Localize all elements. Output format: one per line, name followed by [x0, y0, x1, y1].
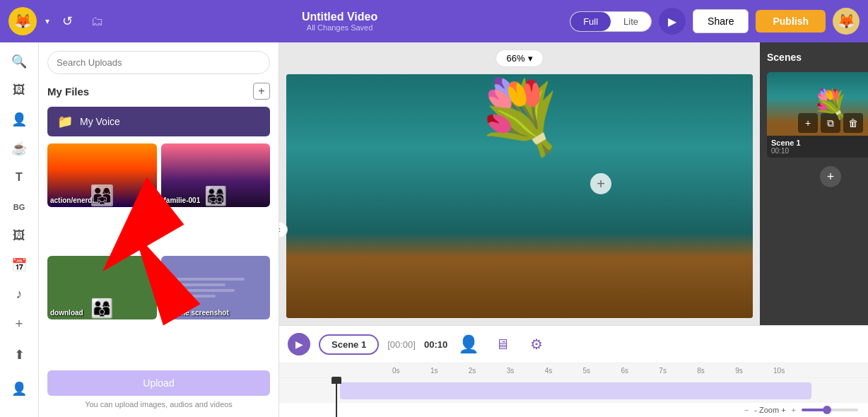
zoom-dropdown-icon: ▾: [528, 53, 533, 64]
zoom-label: - Zoom +: [754, 406, 785, 414]
zoom-plus-icon: +: [792, 406, 796, 414]
zoom-value: 66%: [506, 53, 524, 64]
timeline-controls: ▶ Scene 1 [00:00] 00:10 👤 🖥 ⚙: [279, 326, 868, 363]
user-avatar[interactable]: 🦊: [833, 8, 860, 35]
my-files-header: My Files +: [47, 83, 270, 100]
sidebar-audio-icon[interactable]: ♪: [5, 283, 33, 306]
scene-thumb-1: 💐 + ⧉ 🗑: [767, 72, 868, 136]
timeline-scene-label[interactable]: Scene 1: [319, 334, 379, 355]
my-voice-label: My Voice: [80, 116, 120, 127]
scene-flower-icon: 💐: [813, 88, 848, 121]
timeline-screen-icon[interactable]: 🖥: [490, 331, 515, 357]
upload-button[interactable]: Upload: [47, 370, 270, 396]
ruler-mark-5s: 5s: [583, 367, 621, 375]
ruler-mark-9s: 9s: [735, 367, 773, 375]
sidebar-icons: 🔍 🖼 👤 ☕ T BG 🖼 📅 ♪ ＋ ⬆ 👤: [0, 42, 39, 417]
scene-duration-1: 00:10: [771, 147, 868, 155]
timeline-track: [279, 378, 868, 403]
zoom-slider-thumb: [823, 406, 831, 414]
undo-button[interactable]: ↺: [57, 11, 78, 32]
add-scene-panel-button[interactable]: +: [820, 166, 841, 187]
folder-icon: 📁: [57, 114, 73, 129]
thumbnail-screenshot[interactable]: chrome screenshot: [161, 256, 271, 319]
ruler-mark-6s: 6s: [621, 367, 659, 375]
full-view-button[interactable]: Full: [570, 12, 611, 31]
publish-button[interactable]: Publish: [756, 10, 826, 33]
sidebar-image-icon[interactable]: 🖼: [5, 224, 33, 247]
scene-card-1[interactable]: 💐 + ⧉ 🗑 Scene 1 00:10: [767, 72, 868, 158]
share-button[interactable]: Share: [693, 9, 749, 33]
family-photo: 👨‍👩‍👦: [90, 256, 113, 319]
ruler-mark-10s: 10s: [773, 367, 811, 375]
lite-view-button[interactable]: Lite: [611, 12, 651, 31]
ruler-mark-8s: 8s: [697, 367, 735, 375]
redo-button[interactable]: 🗂: [86, 11, 110, 32]
my-files-title: My Files: [47, 86, 89, 98]
thumb-label-familie: familie-001: [164, 196, 201, 204]
zoom-minus-icon: −: [744, 406, 749, 414]
canvas-and-scenes: 66% ▾ 💐 + Scenes ✕: [279, 42, 868, 325]
thumbnail-familie[interactable]: 👨‍👩‍👧‍👦 familie-001: [161, 143, 271, 207]
save-status: All Changes Saved: [117, 23, 563, 32]
thumbnails-grid: 👨‍👩‍👧 action/enerd... 👨‍👩‍👧‍👦 familie-00…: [47, 143, 270, 363]
thumbnail-download[interactable]: 👨‍👩‍👦 download: [47, 256, 157, 319]
sidebar-profile-icon[interactable]: 👤: [5, 375, 33, 403]
ruler-mark-0s: 0s: [392, 367, 430, 375]
search-input[interactable]: [47, 51, 270, 74]
flower-vase: 💐: [476, 81, 564, 152]
canvas-frame: 💐: [286, 74, 753, 318]
video-title: Untitled Video: [117, 11, 563, 23]
timeline-track-bar[interactable]: [340, 382, 811, 399]
sidebar-media-icon[interactable]: 🖼: [5, 78, 33, 102]
thumb-label-screenshot: chrome screenshot: [164, 309, 229, 317]
sidebar-avatar-icon[interactable]: 👤: [5, 107, 33, 131]
logo[interactable]: 🦊: [8, 7, 37, 35]
add-scene-button[interactable]: +: [590, 173, 611, 194]
zoom-row: − - Zoom + +: [279, 403, 868, 417]
ruler-mark-1s: 1s: [430, 367, 469, 375]
preview-play-button[interactable]: ▶: [659, 8, 686, 35]
ruler-mark-3s: 3s: [507, 367, 545, 375]
ruler-mark-7s: 7s: [659, 367, 697, 375]
scenes-panel: Scenes ✕ 💐 + ⧉ 🗑 Sc: [760, 42, 868, 325]
zoom-slider[interactable]: [802, 409, 858, 411]
timeline-time-duration: 00:10: [424, 339, 447, 350]
header: 🦊 ▾ ↺ 🗂 Untitled Video All Changes Saved…: [0, 0, 868, 42]
zoom-slider-fill: [802, 409, 824, 411]
scenes-title: Scenes: [767, 52, 802, 63]
timeline-play-button[interactable]: ▶: [288, 333, 310, 356]
timeline-settings-icon[interactable]: ⚙: [524, 331, 549, 357]
canvas-area: 66% ▾ 💐 +: [279, 42, 760, 325]
left-panel: My Files + 📁 My Voice 👨‍👩‍👧 action/enerd…: [39, 42, 279, 417]
thumb-label-download: download: [50, 309, 83, 317]
timeline-ruler: 0s 1s 2s 3s 4s 5s 6s 7s 8s 9s 10s: [279, 363, 868, 378]
zoom-control[interactable]: 66% ▾: [495, 49, 543, 67]
ruler-mark-4s: 4s: [545, 367, 583, 375]
logo-dropdown[interactable]: ▾: [45, 16, 49, 26]
add-scene-panel: +: [767, 166, 868, 187]
thumbnail-sunset[interactable]: 👨‍👩‍👧 action/enerd...: [47, 143, 157, 207]
sidebar-search-icon[interactable]: 🔍: [5, 49, 33, 73]
scene-info-1: Scene 1 00:10: [767, 136, 868, 158]
canvas-scenes-wrapper: ‹ 66% ▾ 💐 +: [279, 42, 868, 417]
timeline-avatar-icon[interactable]: 👤: [456, 331, 481, 357]
sidebar-music-icon[interactable]: ☕: [5, 137, 33, 160]
sidebar-plus-icon[interactable]: ＋: [5, 312, 33, 335]
sidebar-calendar-icon[interactable]: 📅: [5, 253, 33, 276]
main-content: 🔍 🖼 👤 ☕ T BG 🖼 📅 ♪ ＋ ⬆ 👤 My Files + 📁 My…: [0, 42, 868, 417]
ruler-mark-2s: 2s: [469, 367, 507, 375]
thumb-label-sunset: action/enerd...: [50, 196, 98, 204]
sidebar-upload-icon[interactable]: ⬆: [5, 341, 33, 369]
title-area: Untitled Video All Changes Saved: [117, 11, 563, 32]
scenes-header: Scenes ✕: [767, 49, 868, 65]
my-voice-folder[interactable]: 📁 My Voice: [47, 107, 270, 136]
upload-hint: You can upload images, audios and videos: [47, 400, 270, 409]
sidebar-bottom: ⬆ 👤: [5, 341, 33, 410]
scene-name-1: Scene 1: [771, 139, 868, 147]
timeline-time-start: [00:00]: [387, 339, 416, 350]
timeline-area: ▶ Scene 1 [00:00] 00:10 👤 🖥 ⚙ 0s 1s 2s 3…: [279, 325, 868, 417]
sidebar-text-icon[interactable]: T: [5, 166, 33, 189]
add-files-button[interactable]: +: [253, 83, 270, 100]
sidebar-bg-icon[interactable]: BG: [5, 195, 33, 218]
view-toggle: Full Lite: [570, 11, 652, 32]
